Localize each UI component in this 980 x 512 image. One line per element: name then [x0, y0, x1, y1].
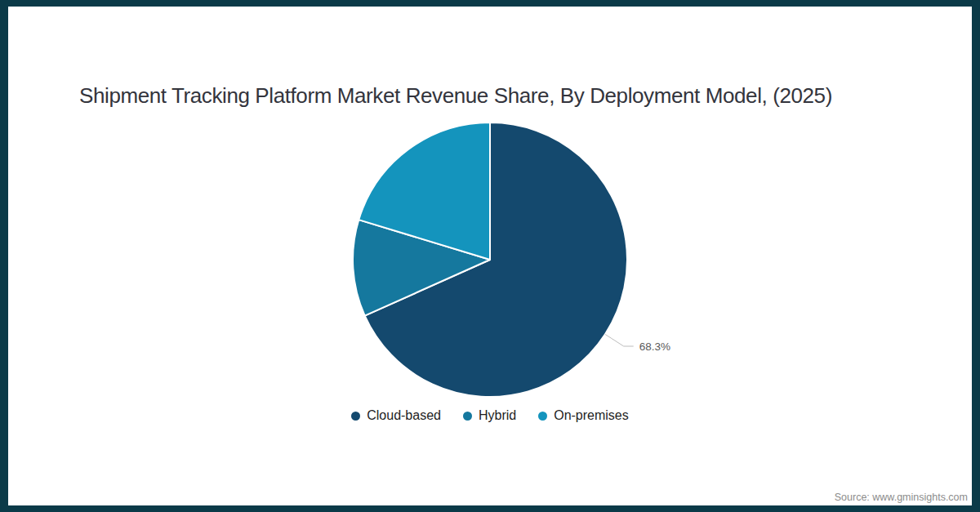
legend-dot-icon [538, 412, 547, 421]
legend-dot-icon [463, 412, 472, 421]
legend-item-on-premises: On-premises [538, 408, 629, 423]
legend-dot-icon [351, 412, 360, 421]
chart-frame: Shipment Tracking Platform Market Revenu… [0, 0, 980, 512]
pie-data-label: 68.3% [639, 341, 670, 353]
pie-chart: 68.3% [8, 7, 972, 505]
source-attribution: Source: www.gminsights.com [835, 492, 968, 503]
legend: Cloud-based Hybrid On-premises [8, 408, 972, 423]
data-label-leader-line [605, 334, 634, 346]
legend-item-hybrid: Hybrid [463, 408, 516, 423]
legend-label: Hybrid [479, 408, 516, 423]
legend-item-cloud-based: Cloud-based [351, 408, 441, 423]
legend-label: On-premises [554, 408, 629, 423]
legend-label: Cloud-based [367, 408, 441, 423]
